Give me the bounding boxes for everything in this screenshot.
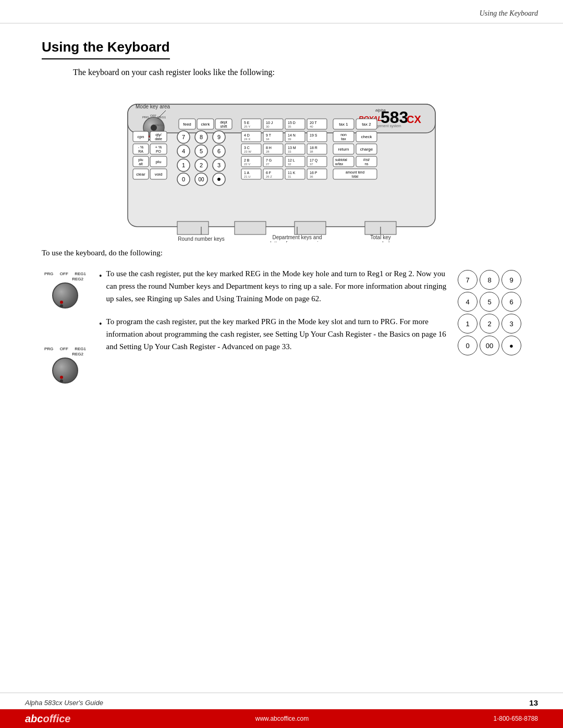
svg-text:+ %: + % bbox=[155, 145, 162, 149]
switch2-dial bbox=[51, 356, 80, 385]
svg-text:-: - bbox=[310, 138, 311, 141]
svg-text:18 R: 18 R bbox=[310, 146, 317, 150]
numpad-3[interactable]: 3 bbox=[501, 314, 521, 334]
numpad-row-3: 1 2 3 bbox=[458, 314, 521, 334]
svg-text:OFF: OFF bbox=[150, 114, 156, 117]
bullet-dot-1: • bbox=[99, 269, 102, 305]
svg-text:21 U: 21 U bbox=[244, 175, 251, 178]
svg-text:REG1: REG1 bbox=[157, 116, 166, 119]
svg-rect-2 bbox=[177, 221, 209, 235]
switch1-prg: PRG bbox=[44, 272, 53, 276]
numpad-6[interactable]: 6 bbox=[501, 292, 521, 312]
svg-text:33: 33 bbox=[288, 150, 291, 153]
numpad-9[interactable]: 9 bbox=[501, 270, 521, 290]
svg-text:PO: PO bbox=[156, 150, 162, 153]
svg-text:clerk: clerk bbox=[201, 122, 211, 127]
svg-text:●: ● bbox=[217, 175, 221, 183]
svg-text:letters for programming: letters for programming bbox=[270, 241, 324, 242]
numpad-right: 7 8 9 4 5 6 1 2 3 0 00 ● bbox=[458, 270, 521, 355]
svg-text:date: date bbox=[155, 137, 162, 141]
numpad-5[interactable]: 5 bbox=[480, 292, 499, 312]
svg-text:11 K: 11 K bbox=[288, 171, 296, 175]
numpad-dot[interactable]: ● bbox=[501, 336, 521, 355]
page-header: Using the Keyboard bbox=[0, 0, 563, 23]
svg-text:tax 1: tax 1 bbox=[339, 122, 348, 127]
svg-text:37: 37 bbox=[310, 163, 313, 166]
svg-text:4  D: 4 D bbox=[244, 133, 250, 137]
svg-text:36: 36 bbox=[310, 175, 313, 178]
page-footer: Alpha 583cx User's Guide 13 bbox=[0, 693, 563, 707]
svg-text:7  G: 7 G bbox=[266, 158, 272, 162]
svg-text:10 J: 10 J bbox=[266, 121, 273, 125]
svg-text:plu: plu bbox=[138, 158, 143, 162]
switch2-reg2: REG2 bbox=[72, 352, 83, 356]
bottom-brand-area: abcoffice bbox=[25, 713, 70, 725]
numpad-row-2: 4 5 6 bbox=[458, 292, 521, 312]
svg-text:32: 32 bbox=[288, 163, 291, 166]
svg-text:24 X: 24 X bbox=[244, 138, 250, 141]
switch2-reg1: REG1 bbox=[75, 347, 86, 351]
numpad-row-1: 7 8 9 bbox=[458, 270, 521, 290]
bottom-url: www.abcoffice.com bbox=[255, 715, 309, 722]
numpad-00[interactable]: 00 bbox=[480, 336, 499, 355]
numpad-8[interactable]: 8 bbox=[480, 270, 499, 290]
svg-text:Round number keys: Round number keys bbox=[178, 236, 225, 242]
svg-text:5: 5 bbox=[200, 148, 203, 154]
numpad-1[interactable]: 1 bbox=[458, 314, 478, 334]
switch2-prg: PRG bbox=[44, 347, 53, 351]
svg-text:16 P: 16 P bbox=[310, 171, 317, 175]
svg-text:total: total bbox=[352, 175, 359, 178]
switch2-off: OFF bbox=[60, 347, 68, 351]
svg-text:25 Y: 25 Y bbox=[244, 125, 250, 128]
svg-text:15 D: 15 D bbox=[288, 121, 296, 125]
svg-text:9: 9 bbox=[217, 134, 221, 140]
svg-text:Mode key area: Mode key area bbox=[136, 104, 170, 109]
bullet-item-1: • To use the cash register, put the key … bbox=[99, 267, 447, 305]
svg-text:8  H: 8 H bbox=[266, 146, 272, 150]
svg-text:Department keys and: Department keys and bbox=[272, 235, 322, 240]
svg-text:19 S: 19 S bbox=[310, 133, 317, 137]
svg-text:subtotal: subtotal bbox=[335, 158, 347, 162]
svg-text:RA: RA bbox=[138, 150, 143, 153]
svg-text:CX: CX bbox=[407, 114, 421, 125]
svg-text:31: 31 bbox=[288, 175, 291, 178]
svg-text:charge: charge bbox=[360, 147, 373, 152]
svg-point-164 bbox=[60, 304, 63, 307]
numpad-0[interactable]: 0 bbox=[458, 336, 478, 355]
svg-rect-4 bbox=[295, 221, 326, 235]
bottom-bar: abcoffice www.abcoffice.com 1-800-658-87… bbox=[0, 709, 563, 728]
svg-point-167 bbox=[60, 379, 63, 382]
svg-text:00: 00 bbox=[198, 177, 204, 182]
bullet-item-2: • To program the cash register, put the … bbox=[99, 315, 447, 353]
svg-text:30: 30 bbox=[266, 125, 270, 128]
svg-rect-3 bbox=[235, 221, 266, 235]
keyboard-diagram: Mode key area PRG OFF REG1 REG2 alpha RO… bbox=[42, 89, 521, 242]
switch1-dial bbox=[51, 281, 80, 310]
footer-page-number: 13 bbox=[529, 698, 538, 707]
svg-text:- %: - % bbox=[138, 145, 144, 149]
svg-point-165 bbox=[53, 358, 78, 383]
svg-text:tax 2: tax 2 bbox=[362, 122, 371, 127]
svg-text:23 W: 23 W bbox=[244, 150, 251, 153]
svg-text:35: 35 bbox=[288, 125, 291, 128]
svg-text:amount tend: amount tend bbox=[346, 170, 365, 174]
svg-text:non: non bbox=[340, 133, 347, 137]
svg-text:tax: tax bbox=[341, 137, 346, 141]
svg-text:0: 0 bbox=[182, 176, 185, 182]
bullet-text-2: To program the cash register, put the ke… bbox=[106, 315, 447, 353]
svg-text:12 L: 12 L bbox=[288, 158, 295, 162]
bullet-list: • To use the cash register, put the key … bbox=[99, 267, 447, 363]
svg-text:feed: feed bbox=[183, 122, 191, 127]
svg-text:7: 7 bbox=[182, 134, 185, 140]
numpad-7[interactable]: 7 bbox=[458, 270, 478, 290]
svg-text:27: 27 bbox=[266, 163, 270, 166]
svg-text:22 V: 22 V bbox=[244, 163, 250, 166]
numpad-2[interactable]: 2 bbox=[480, 314, 499, 334]
header-title: Using the Keyboard bbox=[480, 9, 538, 18]
section-title: Using the Keyboard bbox=[42, 39, 170, 59]
body-text: To use the keyboard, do the following: bbox=[42, 246, 521, 259]
svg-text:3  C: 3 C bbox=[244, 146, 250, 150]
svg-text:17 Q: 17 Q bbox=[310, 158, 318, 163]
svg-point-163 bbox=[60, 301, 63, 304]
numpad-4[interactable]: 4 bbox=[458, 292, 478, 312]
